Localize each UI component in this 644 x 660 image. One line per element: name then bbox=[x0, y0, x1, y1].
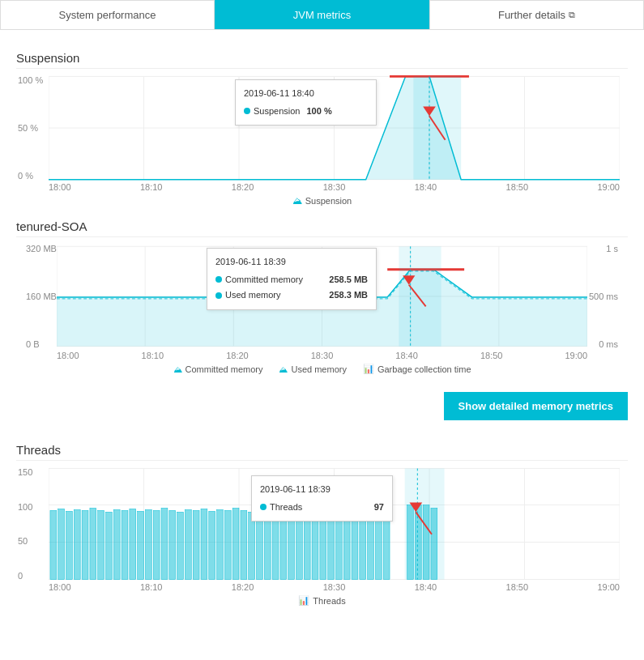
tenured-y-axis-left: 320 MB 160 MB 0 B bbox=[26, 244, 57, 349]
svg-rect-44 bbox=[58, 509, 65, 579]
svg-rect-43 bbox=[50, 510, 57, 579]
svg-rect-78 bbox=[328, 509, 335, 579]
svg-rect-65 bbox=[224, 510, 231, 579]
threads-title: Threads bbox=[16, 443, 628, 461]
svg-rect-49 bbox=[98, 510, 104, 579]
svg-rect-54 bbox=[138, 511, 144, 579]
suspension-chart-container: 100 % 50 % 0 % bbox=[16, 75, 628, 207]
threads-legend-icon: 📊 bbox=[298, 595, 309, 606]
svg-rect-57 bbox=[161, 508, 168, 579]
svg-rect-59 bbox=[177, 512, 184, 579]
svg-rect-75 bbox=[304, 508, 310, 579]
svg-rect-55 bbox=[145, 509, 151, 579]
threads-chart-svg bbox=[49, 467, 620, 581]
svg-rect-81 bbox=[352, 511, 358, 579]
tenured-chart-container: 320 MB 160 MB 0 B 1 s 500 ms 0 ms bbox=[16, 244, 628, 430]
svg-rect-28 bbox=[399, 246, 441, 346]
svg-rect-67 bbox=[241, 510, 247, 579]
svg-rect-79 bbox=[335, 510, 342, 579]
used-memory-icon: ⛰ bbox=[279, 364, 288, 374]
svg-rect-53 bbox=[130, 509, 136, 579]
svg-rect-85 bbox=[383, 510, 390, 579]
tenured-x-axis: 18:00 18:10 18:20 18:30 18:40 18:50 19:0… bbox=[57, 351, 587, 360]
tenured-y-axis-right: 1 s 500 ms 0 ms bbox=[589, 244, 618, 349]
tenured-legend: ⛰ Committed memory ⛰ Used memory 📊 Garba… bbox=[16, 364, 628, 374]
tab-jvm-metrics[interactable]: JVM metrics bbox=[215, 0, 429, 29]
svg-rect-58 bbox=[169, 510, 176, 579]
suspension-title: Suspension bbox=[16, 51, 628, 69]
svg-rect-77 bbox=[320, 512, 326, 579]
svg-rect-60 bbox=[185, 509, 191, 579]
svg-rect-69 bbox=[257, 509, 263, 579]
svg-rect-63 bbox=[209, 511, 215, 579]
svg-rect-47 bbox=[82, 510, 88, 579]
tabs-bar: System performance JVM metrics Further d… bbox=[0, 0, 644, 30]
suspension-y-axis: 100 % 50 % 0 % bbox=[18, 75, 43, 181]
svg-rect-70 bbox=[264, 510, 271, 579]
svg-rect-68 bbox=[249, 512, 255, 579]
svg-rect-71 bbox=[272, 509, 279, 579]
svg-rect-52 bbox=[122, 510, 128, 579]
svg-rect-50 bbox=[106, 512, 113, 579]
main-content: Suspension 100 % 50 % 0 % bbox=[0, 30, 644, 625]
svg-rect-64 bbox=[217, 509, 224, 579]
committed-memory-icon: ⛰ bbox=[173, 364, 182, 374]
svg-rect-84 bbox=[375, 508, 382, 579]
svg-rect-73 bbox=[288, 509, 295, 579]
suspension-legend-icon: ⛰ bbox=[292, 195, 302, 207]
svg-rect-61 bbox=[193, 510, 199, 579]
tab-system-performance[interactable]: System performance bbox=[0, 0, 215, 29]
threads-x-axis: 18:00 18:10 18:20 18:30 18:40 18:50 19:0… bbox=[49, 582, 620, 592]
tab-further-details[interactable]: Further details ⧉ bbox=[429, 0, 644, 29]
external-link-icon: ⧉ bbox=[569, 10, 575, 20]
svg-rect-46 bbox=[74, 509, 80, 579]
threads-y-axis: 150 100 50 0 bbox=[18, 467, 32, 581]
svg-rect-48 bbox=[90, 508, 96, 579]
gc-time-icon: 📊 bbox=[363, 364, 374, 374]
threads-chart-container: 150 100 50 0 bbox=[16, 467, 628, 606]
suspension-legend: ⛰ Suspension bbox=[16, 195, 628, 207]
svg-rect-66 bbox=[232, 508, 239, 579]
show-detailed-memory-metrics-button[interactable]: Show detailed memory metrics bbox=[444, 392, 628, 420]
svg-rect-74 bbox=[296, 510, 303, 579]
tenured-soa-title: tenured-SOA bbox=[16, 219, 628, 237]
svg-rect-62 bbox=[201, 509, 207, 579]
svg-rect-56 bbox=[153, 510, 160, 579]
tenured-chart-svg bbox=[57, 244, 587, 349]
svg-rect-76 bbox=[312, 510, 318, 579]
svg-rect-72 bbox=[280, 511, 287, 579]
svg-rect-82 bbox=[360, 509, 366, 579]
suspension-chart-svg bbox=[49, 75, 620, 181]
svg-rect-51 bbox=[113, 509, 120, 579]
svg-rect-83 bbox=[368, 510, 374, 579]
svg-rect-80 bbox=[343, 509, 350, 579]
svg-rect-45 bbox=[66, 511, 73, 579]
suspension-x-axis: 18:00 18:10 18:20 18:30 18:40 18:50 19:0… bbox=[49, 182, 620, 192]
threads-legend: 📊 Threads bbox=[16, 595, 628, 606]
